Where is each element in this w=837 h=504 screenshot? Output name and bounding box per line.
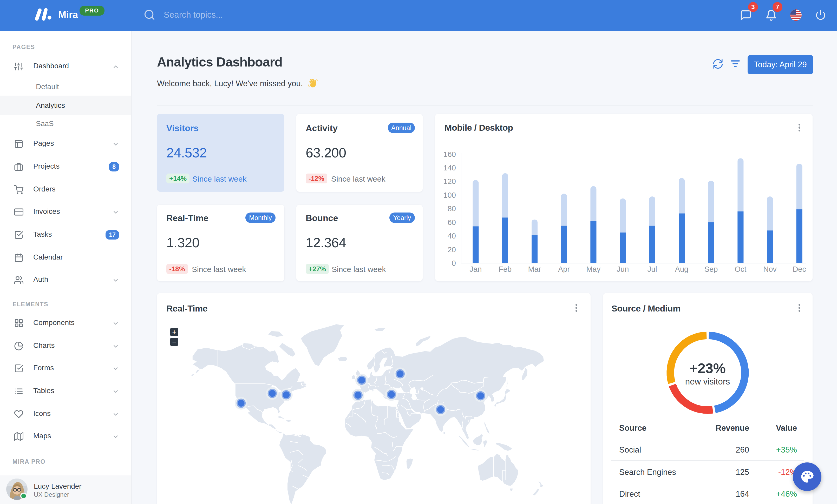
svg-text:Jan: Jan bbox=[470, 265, 482, 273]
svg-text:140: 140 bbox=[443, 164, 456, 172]
svg-text:May: May bbox=[586, 265, 601, 273]
svg-text:20: 20 bbox=[448, 245, 456, 254]
svg-text:80: 80 bbox=[448, 204, 456, 213]
svg-text:Feb: Feb bbox=[499, 265, 512, 273]
svg-text:Aug: Aug bbox=[675, 265, 689, 273]
svg-text:Oct: Oct bbox=[735, 265, 746, 273]
svg-text:Sep: Sep bbox=[705, 265, 718, 273]
svg-text:60: 60 bbox=[448, 218, 456, 226]
svg-text:Apr: Apr bbox=[558, 265, 570, 273]
svg-text:160: 160 bbox=[443, 150, 456, 158]
svg-text:Jun: Jun bbox=[617, 265, 629, 273]
svg-text:Nov: Nov bbox=[763, 265, 777, 273]
svg-text:Mar: Mar bbox=[528, 265, 541, 273]
svg-text:40: 40 bbox=[448, 232, 456, 240]
svg-text:Jul: Jul bbox=[647, 265, 657, 273]
svg-text:Dec: Dec bbox=[793, 265, 806, 273]
svg-text:120: 120 bbox=[443, 177, 456, 186]
svg-text:100: 100 bbox=[443, 191, 456, 199]
svg-text:0: 0 bbox=[452, 259, 456, 267]
